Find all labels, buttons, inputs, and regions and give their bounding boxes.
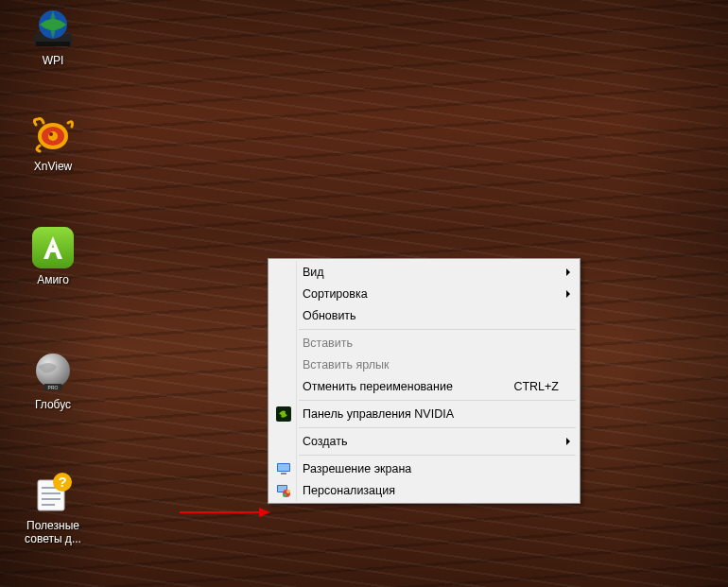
svg-marker-29	[259, 508, 270, 517]
amigo-icon	[30, 225, 76, 270]
menu-item-label: Вставить ярлык	[303, 358, 390, 371]
submenu-arrow-icon	[566, 438, 570, 445]
globus-icon: PRO	[30, 350, 76, 395]
menu-item-resolution[interactable]: Разрешение экрана	[270, 458, 578, 479]
menu-item-paste-shortcut: Вставить ярлык	[270, 354, 578, 375]
menu-item-refresh[interactable]: Обновить	[270, 304, 578, 326]
help-doc-icon: ?	[30, 471, 76, 516]
svg-rect-22	[281, 473, 286, 475]
xnview-icon	[30, 112, 76, 157]
menu-item-label: Отменить переименование	[303, 380, 453, 393]
svg-text:?: ?	[58, 474, 66, 490]
desktop-icon-wpi[interactable]: WPI	[17, 6, 89, 68]
menu-item-label: Сортировка	[303, 287, 368, 301]
menu-item-label: Вставить	[303, 337, 353, 350]
menu-item-label: Обновить	[303, 309, 356, 322]
desktop-icon-label: Глобус	[35, 399, 71, 412]
menu-item-personalize[interactable]: Персонализация	[270, 479, 578, 501]
menu-item-undo-rename[interactable]: Отменить переименование CTRL+Z	[270, 375, 578, 397]
desktop-icon-label: Полезные советы д...	[17, 520, 89, 546]
desktop-icon-label: WPI	[43, 55, 64, 68]
menu-item-label: Создать	[303, 435, 348, 448]
desktop-icon-amigo[interactable]: Амиго	[17, 225, 89, 287]
submenu-arrow-icon	[566, 268, 570, 276]
monitor-icon	[276, 461, 291, 476]
menu-item-sort[interactable]: Сортировка	[270, 283, 578, 304]
desktop-icon-label: XnView	[34, 161, 72, 174]
annotation-arrow	[178, 506, 272, 523]
svg-text:PRO: PRO	[48, 385, 59, 390]
menu-item-shortcut: CTRL+Z	[513, 380, 559, 393]
menu-item-nvidia[interactable]: Панель управления NVIDIA	[270, 403, 578, 424]
submenu-arrow-icon	[566, 290, 570, 298]
menu-item-label: Вид	[303, 266, 324, 279]
menu-item-create[interactable]: Создать	[270, 430, 578, 452]
menu-item-label: Разрешение экрана	[303, 462, 411, 475]
nvidia-icon	[276, 406, 291, 422]
desktop-icon-label: Амиго	[37, 274, 69, 287]
svg-rect-21	[278, 464, 289, 471]
personalize-icon	[276, 483, 291, 498]
svg-point-5	[48, 131, 58, 141]
desktop-icon-poleznye[interactable]: ? Полезные советы д...	[17, 471, 89, 546]
menu-item-label: Персонализация	[303, 484, 395, 497]
wpi-icon	[30, 6, 76, 51]
svg-point-6	[49, 132, 53, 136]
menu-item-view[interactable]: Вид	[270, 261, 578, 283]
menu-item-label: Панель управления NVIDIA	[303, 407, 454, 421]
svg-point-27	[283, 493, 286, 497]
svg-rect-2	[36, 42, 70, 46]
svg-point-26	[286, 490, 290, 493]
menu-item-paste: Вставить	[270, 332, 578, 354]
desktop-icon-globus[interactable]: PRO Глобус	[17, 350, 89, 412]
desktop-icon-xnview[interactable]: XnView	[17, 112, 89, 174]
desktop-context-menu: Вид Сортировка Обновить Вставить Вставит…	[268, 258, 581, 504]
